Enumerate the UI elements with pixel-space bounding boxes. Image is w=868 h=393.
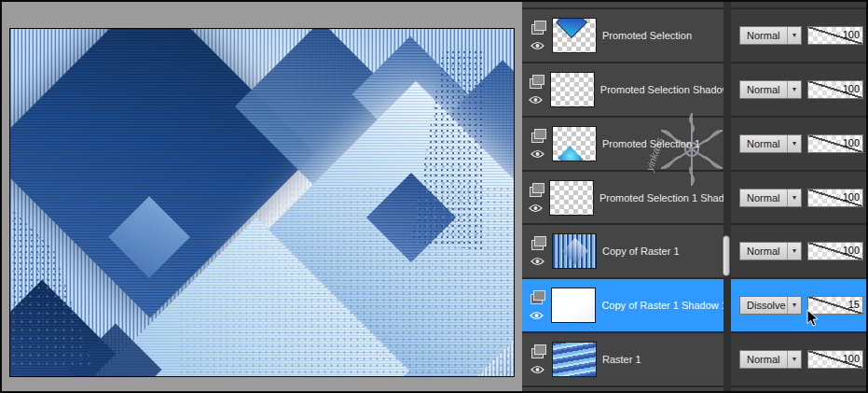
blend-mode-value: Normal [740, 246, 787, 257]
layers-icon[interactable] [530, 294, 543, 304]
blend-mode-dropdown[interactable]: Normal ▾ [739, 350, 802, 369]
layer-controls-row: Normal ▾ 100 [731, 225, 866, 279]
layer-toggles [528, 75, 544, 105]
visibility-eye-icon[interactable] [530, 311, 544, 320]
layer-toggles [528, 236, 546, 266]
layer-thumbnail[interactable] [552, 18, 597, 53]
layer-name[interactable]: Copy of Raster 1 [602, 246, 680, 257]
layer-row[interactable]: Copy of Raster 1 [522, 225, 723, 279]
layer-controls-row: Normal ▾ 100 [731, 63, 866, 118]
layer-row[interactable]: Raster 1 [522, 333, 723, 387]
blend-mode-value: Normal [740, 138, 787, 149]
layer-name[interactable]: Raster 1 [602, 354, 641, 365]
layer-name[interactable]: Promoted Selection 1 [602, 138, 700, 149]
layer-toggles [528, 290, 545, 320]
opacity-value: 100 [843, 29, 860, 40]
layers-icon[interactable] [530, 78, 542, 89]
opacity-slider[interactable]: 100 [807, 189, 863, 207]
workspace [2, 2, 522, 391]
layer-thumbnail[interactable] [552, 126, 597, 161]
layer-toggles [528, 129, 546, 159]
visibility-eye-icon[interactable] [530, 41, 544, 50]
layer-row[interactable]: Promoted Selection Shadow 1 [522, 63, 723, 118]
chevron-down-icon: ▾ [787, 189, 801, 206]
opacity-slider[interactable]: 100 [807, 26, 863, 45]
layer-thumbnail[interactable] [552, 342, 597, 377]
layer-row[interactable]: Promoted Selection 1 [522, 118, 723, 172]
opacity-value: 100 [843, 353, 860, 364]
layer-thumbnail[interactable] [551, 288, 596, 323]
layer-thumbnail[interactable] [549, 180, 594, 216]
chevron-down-icon: ▾ [787, 243, 801, 260]
layer-toggles [528, 183, 544, 213]
visibility-eye-icon[interactable] [529, 204, 543, 213]
opacity-value: 100 [843, 245, 860, 256]
artwork-halftone-dots [178, 186, 514, 376]
blend-mode-dropdown[interactable]: Normal ▾ [739, 80, 802, 99]
layer-name[interactable]: Copy of Raster 1 Shadow 1 [601, 300, 723, 311]
layer-toggles [528, 21, 546, 50]
visibility-eye-icon[interactable] [530, 257, 544, 266]
layers-icon[interactable] [531, 240, 544, 250]
blend-mode-value: Normal [740, 30, 787, 41]
opacity-value: 100 [843, 83, 860, 94]
layers-icon[interactable] [531, 24, 544, 35]
layers-panel: Promoted Selection Promoted Selection Sh… [522, 2, 723, 391]
chevron-down-icon: ▾ [787, 297, 801, 314]
opacity-value: 100 [843, 137, 860, 148]
visibility-eye-icon[interactable] [530, 149, 544, 159]
layer-controls-row: Normal ▾ 100 [731, 172, 866, 226]
layer-controls-row-selected: Dissolve ▾ 15 [731, 279, 866, 333]
layer-row[interactable]: Promoted Selection [522, 7, 723, 63]
chevron-down-icon: ▾ [787, 135, 801, 152]
layer-name[interactable]: Promoted Selection Shadow 1 [600, 84, 723, 95]
canvas-image[interactable] [9, 28, 515, 377]
layer-controls-row: Normal ▾ 100 [731, 7, 866, 63]
visibility-eye-icon[interactable] [530, 365, 544, 374]
opacity-slider[interactable]: 100 [807, 80, 863, 99]
blend-mode-dropdown[interactable]: Normal ▾ [739, 134, 802, 153]
visibility-eye-icon[interactable] [529, 95, 543, 105]
layer-controls-panel: Normal ▾ 100 Normal ▾ 100 Normal ▾ 100 [731, 2, 866, 391]
layer-toggles [528, 344, 546, 374]
opacity-slider[interactable]: 100 [807, 134, 863, 153]
opacity-slider[interactable]: 15 [807, 296, 863, 315]
layers-icon[interactable] [530, 187, 542, 197]
blend-mode-dropdown[interactable]: Normal ▾ [739, 26, 802, 45]
image-editor-window: Promoted Selection Promoted Selection Sh… [0, 0, 868, 393]
layer-row[interactable]: Promoted Selection 1 Shadow 1 [522, 172, 723, 226]
opacity-value: 15 [848, 299, 860, 310]
chevron-down-icon: ▾ [787, 27, 801, 44]
panel-scrollbar-track[interactable] [723, 2, 731, 391]
layers-icon[interactable] [531, 348, 544, 358]
layers-icon[interactable] [531, 133, 544, 143]
chevron-down-icon: ▾ [787, 81, 801, 98]
layer-row-selected[interactable]: Copy of Raster 1 Shadow 1 [522, 279, 723, 333]
blend-mode-dropdown[interactable]: Dissolve ▾ [739, 296, 802, 315]
blend-mode-value: Normal [740, 84, 787, 95]
layer-name[interactable]: Promoted Selection [602, 30, 692, 41]
blend-mode-dropdown[interactable]: Normal ▾ [739, 242, 802, 260]
layer-thumbnail[interactable] [550, 72, 595, 107]
panel-scrollbar-handle[interactable] [723, 235, 730, 276]
opacity-slider[interactable]: 100 [807, 350, 863, 369]
opacity-slider[interactable]: 100 [807, 242, 863, 260]
opacity-value: 100 [843, 191, 860, 203]
layer-thumbnail[interactable] [552, 233, 597, 269]
blend-mode-value: Normal [740, 354, 787, 365]
blend-mode-value: Normal [740, 192, 787, 204]
layer-controls-row: Normal ▾ 100 [731, 118, 866, 172]
layer-controls-row: Normal ▾ 100 [731, 333, 866, 387]
chevron-down-icon: ▾ [787, 351, 801, 368]
blend-mode-dropdown[interactable]: Normal ▾ [739, 189, 802, 207]
layer-name[interactable]: Promoted Selection 1 Shadow 1 [599, 192, 723, 204]
blend-mode-value: Dissolve [740, 300, 787, 311]
